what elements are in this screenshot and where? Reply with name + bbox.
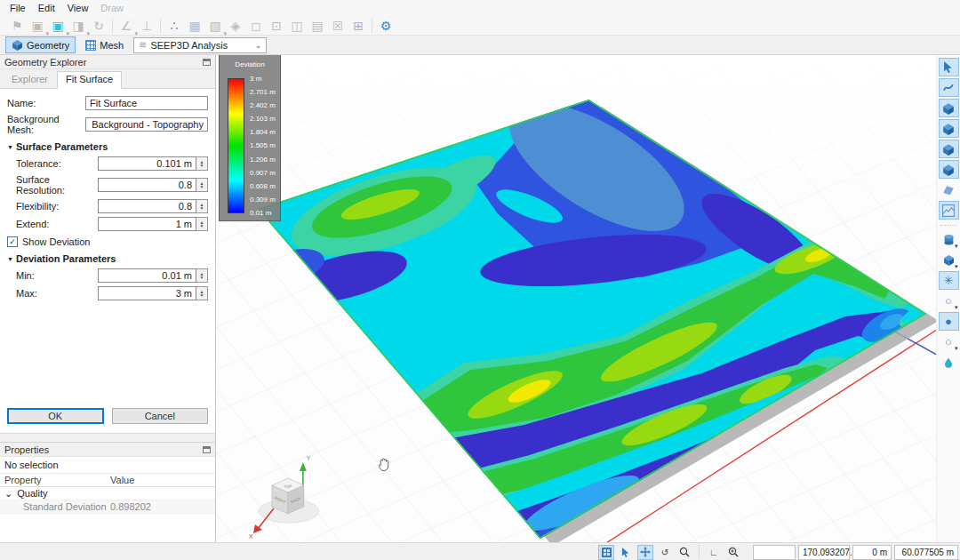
display-circle-alt-button[interactable]: ○▾ xyxy=(939,332,959,351)
viewport-3d[interactable]: TOP RIGHT BACK Y X Deviation 3 m 2.701 m… xyxy=(216,55,936,542)
extend-input[interactable]: 1 m xyxy=(98,217,196,231)
select-flag-icon[interactable]: ⚑ xyxy=(7,17,27,35)
view-cube-alt-icon[interactable]: ◫ xyxy=(287,17,307,35)
tab-fit-surface[interactable]: Fit Surface xyxy=(57,71,122,89)
filled-circle-icon: ● xyxy=(945,315,952,328)
display-filled-circle-button[interactable]: ● xyxy=(939,312,959,331)
surface-parameters-section[interactable]: ▼ Surface Parameters xyxy=(7,141,208,152)
max-stepper[interactable]: ▲▼ xyxy=(196,286,208,300)
dock-pin-icon[interactable] xyxy=(203,59,211,66)
max-input[interactable]: 3 m xyxy=(98,286,196,300)
panel-splitter[interactable] xyxy=(0,433,215,442)
view-region-button[interactable] xyxy=(939,201,959,220)
table-row[interactable]: Standard Deviation 0.898202 xyxy=(0,500,215,514)
settings-gear-icon[interactable]: ⚙ xyxy=(376,17,396,35)
section-collapse-icon: ▼ xyxy=(7,144,13,150)
flexibility-input[interactable]: 0.8 xyxy=(98,199,196,213)
view-cube-top-button[interactable] xyxy=(939,119,959,138)
deviation-parameters-section[interactable]: ▼ Deviation Parameters xyxy=(7,253,208,264)
mirror-tool-icon[interactable]: ◨▾ xyxy=(68,17,88,35)
flexibility-stepper[interactable]: ▲▼ xyxy=(196,199,208,213)
menu-file[interactable]: File xyxy=(4,2,32,14)
tolerance-input[interactable]: 0.101 m xyxy=(98,156,196,171)
extend-label: Extend: xyxy=(16,219,98,229)
view-cube-iso-button[interactable] xyxy=(939,160,959,179)
duplicate-tool-icon[interactable]: ▤ xyxy=(308,17,327,35)
view-plane-button[interactable] xyxy=(939,180,959,199)
magnifier-icon xyxy=(679,547,690,557)
min-stepper[interactable]: ▲▼ xyxy=(196,268,208,283)
zoom-window-button[interactable] xyxy=(725,545,741,560)
min-input[interactable]: 0.01 m xyxy=(98,268,196,283)
background-mesh-input[interactable]: Background - Topography xyxy=(85,117,208,132)
draw-region-tool-icon[interactable]: ▣▾ xyxy=(48,17,68,35)
tolerance-stepper[interactable]: ▲▼ xyxy=(196,156,208,171)
display-light-button[interactable]: ✳ xyxy=(939,271,959,290)
display-circle-button[interactable]: ○▾ xyxy=(939,292,959,310)
select-arrow-button[interactable] xyxy=(939,58,959,76)
scale-input[interactable] xyxy=(753,545,796,560)
view-cube-front-button[interactable] xyxy=(939,99,959,117)
pan-button[interactable] xyxy=(637,545,653,560)
display-cylinder-button[interactable]: ▾ xyxy=(939,230,959,249)
magnifier-plus-icon xyxy=(728,547,739,557)
plane-cursor-icon xyxy=(942,184,955,196)
select-curve-button[interactable] xyxy=(939,78,959,97)
surface-resolution-label: Surface Resolution: xyxy=(16,174,98,196)
main-toolbar: ⚑ ▣▾ ▣▾ ◨▾ ↻ ∠▾ ⊥ ∴ ▦ ▧▾ ◈ ◻ ⊡ ◫ ▤ ☒ ⊞ ⚙ xyxy=(0,16,960,36)
quality-group-row[interactable]: ⌄Quality xyxy=(0,487,215,500)
properties-column-header: Property Value xyxy=(0,474,215,487)
cancel-button[interactable]: Cancel xyxy=(112,408,209,424)
menu-view[interactable]: View xyxy=(61,2,95,14)
coordinate-z: 60.077505 m xyxy=(894,545,958,560)
draw-point-tool-icon[interactable]: ▣▾ xyxy=(28,17,47,35)
surface-tool-icon[interactable]: ▧▾ xyxy=(205,17,225,35)
background-mesh-label: Background Mesh: xyxy=(7,114,85,135)
zoom-button[interactable] xyxy=(676,545,692,560)
delete-region-tool-icon[interactable]: ☒ xyxy=(328,17,348,35)
corner-axis-button[interactable]: ∟ xyxy=(706,545,722,560)
tab-explorer[interactable]: Explorer xyxy=(3,71,57,88)
fit-points-tool-icon[interactable]: ∴ xyxy=(164,17,184,35)
orbit-button[interactable]: ↺ xyxy=(657,545,673,560)
droplet-icon xyxy=(943,357,954,368)
surface-resolution-stepper[interactable]: ▲▼ xyxy=(196,178,208,192)
rotate-tool-icon[interactable]: ↻ xyxy=(89,17,108,35)
grid-snap-button[interactable] xyxy=(598,545,614,560)
view-octagon-icon[interactable]: ◈ xyxy=(226,17,245,35)
surface-resolution-input[interactable]: 0.8 xyxy=(98,178,196,192)
panel-title: Geometry Explorer xyxy=(4,57,86,68)
deviation-legend[interactable]: Deviation 3 m 2.701 m 2.402 m 2.103 m 1.… xyxy=(219,55,281,221)
flexibility-label: Flexibility: xyxy=(16,201,98,212)
show-deviation-checkbox[interactable]: ✓ xyxy=(7,236,18,247)
menu-draw: Draw xyxy=(94,2,130,14)
curve-icon xyxy=(943,82,955,93)
tab-geometry[interactable]: Geometry xyxy=(5,36,76,53)
dock-pin-icon[interactable] xyxy=(203,446,211,453)
extend-stepper[interactable]: ▲▼ xyxy=(196,217,208,231)
analysis-select[interactable]: ≋ SEEP3D Analysis ⌄ xyxy=(133,37,267,53)
select-cursor-button[interactable] xyxy=(618,545,634,560)
zoom-grid-tool-icon[interactable]: ⊞ xyxy=(348,17,368,35)
properties-header: Properties xyxy=(0,443,215,457)
menu-edit[interactable]: Edit xyxy=(32,2,61,14)
refit-image-tool-icon[interactable]: ▦ xyxy=(185,17,204,35)
corner-icon: ∟ xyxy=(709,548,718,557)
display-cube-button[interactable]: ▾ xyxy=(939,251,959,269)
move-icon xyxy=(640,547,651,557)
align-tool-icon[interactable]: ⊥ xyxy=(137,17,156,35)
display-droplet-button[interactable] xyxy=(939,353,959,372)
orbit-icon: ↺ xyxy=(661,548,668,557)
name-input[interactable]: Fit Surface xyxy=(85,96,208,110)
axis-x-label: X xyxy=(249,533,253,540)
view-cube-icon[interactable]: ◻ xyxy=(246,17,266,35)
ok-button[interactable]: OK xyxy=(7,408,104,424)
show-deviation-label: Show Deviation xyxy=(22,236,90,247)
circle-icon: ○ xyxy=(945,335,952,348)
deviation-surface-scene: TOP RIGHT BACK Y X xyxy=(216,55,936,542)
tab-mesh[interactable]: Mesh xyxy=(79,36,130,53)
view-cube-side-button[interactable] xyxy=(939,140,959,158)
angle-tool-icon[interactable]: ∠▾ xyxy=(116,17,136,35)
view-cube-shaded-icon[interactable]: ⊡ xyxy=(267,17,286,35)
toolbar-separator xyxy=(160,19,161,33)
